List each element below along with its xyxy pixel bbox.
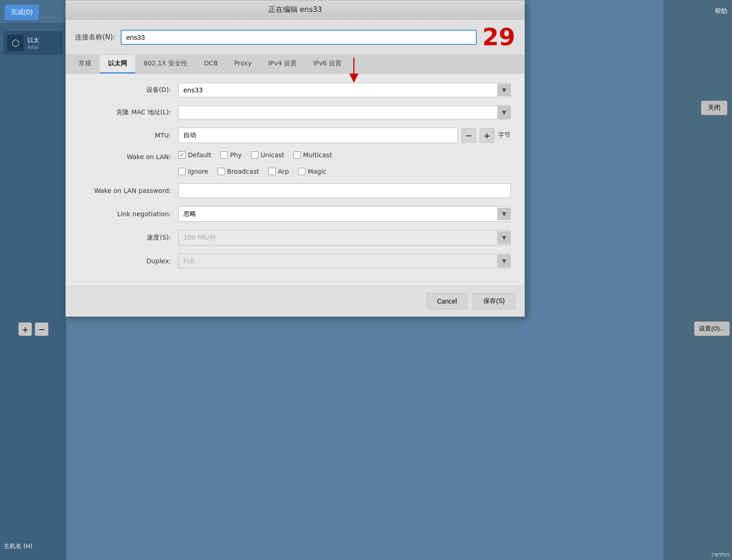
sidebar-item-ethernet[interactable]: ⬡ 以太 Intel — [4, 31, 63, 55]
wol-password-control — [178, 183, 511, 198]
wake-on-lan-label: Wake on LAN: — [80, 151, 171, 160]
tab-dcb[interactable]: DCB — [196, 55, 226, 74]
annotation-number: 29 — [482, 25, 515, 49]
link-negotiation-select[interactable]: 忽略 ▼ — [178, 206, 511, 222]
mtu-select[interactable]: 自动 — [178, 128, 458, 143]
dialog-titlebar: 正在编辑 ens33 — [66, 0, 524, 20]
mac-clone-control: ▼ — [178, 106, 511, 119]
tab-proxy[interactable]: Proxy — [226, 55, 260, 74]
mtu-row: MTU: 自动 − + 字节 — [80, 128, 511, 143]
wol-phy-checkbox[interactable] — [220, 151, 228, 159]
eth-sublabel: Intel — [27, 44, 39, 50]
tab-8021x[interactable]: 802.1X 安全性 — [135, 55, 196, 74]
wake-on-lan-row: Wake on LAN: ✓ Default Phy Unicast — [80, 151, 511, 175]
connection-name-label: 连接名称(N): — [75, 33, 115, 42]
duplex-arrow[interactable]: ▼ — [497, 255, 510, 267]
add-remove-buttons: + − — [18, 322, 48, 336]
wol-magic-checkbox[interactable] — [298, 168, 305, 175]
wol-password-input[interactable] — [178, 183, 511, 198]
wol-phy-item: Phy — [220, 151, 242, 159]
centos-text: centos — [711, 551, 730, 558]
wol-arp-checkbox[interactable] — [268, 168, 276, 175]
cancel-button[interactable]: Cancel — [427, 293, 468, 309]
duplex-select[interactable]: Full ▼ — [178, 254, 511, 268]
wol-password-label: Wake on LAN password: — [80, 187, 171, 194]
mac-clone-row: 克隆 MAC 地址(L): ▼ — [80, 106, 511, 119]
wol-arp-item: Arp — [268, 168, 289, 175]
link-negotiation-arrow[interactable]: ▼ — [497, 208, 510, 220]
hostname-label: 主机名 (H) — [4, 542, 32, 550]
right-panel: 帮助 关闭 设置(O)... centos — [663, 0, 732, 560]
mac-clone-select[interactable]: ▼ — [178, 106, 511, 119]
duplex-value: Full — [183, 257, 497, 265]
wol-broadcast-label: Broadcast — [227, 168, 259, 175]
config-button[interactable]: 设置(O)... — [694, 321, 730, 336]
wol-multicast-item: Multicast — [294, 151, 332, 159]
speed-label: 速度(S): — [80, 234, 171, 242]
device-select[interactable]: ens33 ▼ — [178, 83, 511, 97]
mtu-value: 自动 — [183, 131, 453, 139]
speed-arrow[interactable]: ▼ — [497, 231, 510, 244]
wol-broadcast-checkbox[interactable] — [218, 168, 225, 175]
tab-ipv4[interactable]: IPv4 设置 — [260, 55, 305, 74]
wol-ignore-item: Ignore — [178, 168, 208, 175]
connection-name-row: 连接名称(N): 29 — [66, 20, 524, 55]
wol-unicast-checkbox[interactable] — [251, 151, 258, 159]
speed-row: 速度(S): 100 Mb/秒 ▼ — [80, 230, 511, 245]
help-text: 帮助 — [663, 0, 732, 23]
connection-name-input[interactable] — [121, 30, 477, 45]
tab-general[interactable]: 常规 — [70, 55, 100, 74]
duplex-control: Full ▼ — [178, 254, 511, 268]
wake-on-lan-control: ✓ Default Phy Unicast Multicast — [178, 151, 511, 175]
mtu-plus-button[interactable]: + — [480, 128, 494, 143]
mac-clone-label: 克隆 MAC 地址(L): — [80, 108, 171, 117]
device-control: ens33 ▼ — [178, 83, 511, 97]
wol-broadcast-item: Broadcast — [218, 168, 259, 175]
speed-control: 100 Mb/秒 ▼ — [178, 230, 511, 245]
mtu-unit: 字节 — [498, 131, 511, 139]
device-label: 设备(D): — [80, 86, 171, 94]
dialog-title: 正在编辑 ens33 — [268, 5, 322, 14]
link-negotiation-row: Link negotiation: 忽略 ▼ — [80, 206, 511, 222]
device-row: 设备(D): ens33 ▼ — [80, 83, 511, 97]
edit-connection-dialog: 正在编辑 ens33 连接名称(N): 29 常规 以太网 802.1X 安全性… — [65, 0, 525, 317]
wol-magic-label: Magic — [308, 168, 326, 175]
link-negotiation-control: 忽略 ▼ — [178, 206, 511, 222]
duplex-label: Duplex: — [80, 257, 171, 265]
wol-default-label: Default — [188, 151, 211, 159]
wol-magic-item: Magic — [298, 168, 326, 175]
device-value: ens33 — [183, 86, 497, 94]
device-dropdown-arrow[interactable]: ▼ — [497, 84, 510, 96]
mtu-minus-button[interactable]: − — [461, 128, 476, 143]
link-negotiation-label: Link negotiation: — [80, 210, 171, 218]
done-button[interactable]: 完成(D) — [5, 5, 39, 20]
wol-phy-label: Phy — [230, 151, 242, 159]
mtu-label: MTU: — [80, 132, 171, 139]
tab-content: 设备(D): ens33 ▼ 克隆 MAC 地址(L): ▼ MTU: — [66, 74, 524, 286]
tab-bar: 常规 以太网 802.1X 安全性 DCB Proxy IPv4 设置 IPv6… — [66, 55, 524, 74]
dialog-footer: Cancel 保存(S) — [66, 286, 524, 316]
wol-ignore-label: Ignore — [188, 168, 208, 175]
link-negotiation-value: 忽略 — [183, 210, 497, 218]
wol-default-item: ✓ Default — [178, 151, 211, 159]
eth-label: 以太 — [27, 36, 39, 44]
tab-ipv6[interactable]: IPv6 设置 — [305, 55, 350, 74]
wol-multicast-checkbox[interactable] — [294, 151, 301, 159]
mtu-control: 自动 − + 字节 — [178, 128, 511, 143]
speed-select[interactable]: 100 Mb/秒 ▼ — [178, 230, 511, 245]
hostname-bar: 主机名 (H) — [0, 533, 66, 560]
wol-multicast-label: Multicast — [303, 151, 332, 159]
ethernet-icon: ⬡ — [7, 35, 24, 51]
wol-default-checkbox[interactable]: ✓ — [178, 151, 186, 159]
remove-connection-button[interactable]: − — [35, 322, 48, 336]
duplex-row: Duplex: Full ▼ — [80, 254, 511, 268]
add-connection-button[interactable]: + — [18, 322, 32, 336]
tab-ethernet[interactable]: 以太网 — [100, 55, 135, 74]
mac-clone-dropdown-arrow[interactable]: ▼ — [497, 106, 510, 119]
wol-unicast-item: Unicast — [251, 151, 284, 159]
save-button[interactable]: 保存(S) — [473, 293, 515, 309]
wol-password-row: Wake on LAN password: — [80, 183, 511, 198]
wol-unicast-label: Unicast — [261, 151, 284, 159]
close-button[interactable]: 关闭 — [701, 101, 727, 115]
wol-ignore-checkbox[interactable] — [178, 168, 186, 175]
